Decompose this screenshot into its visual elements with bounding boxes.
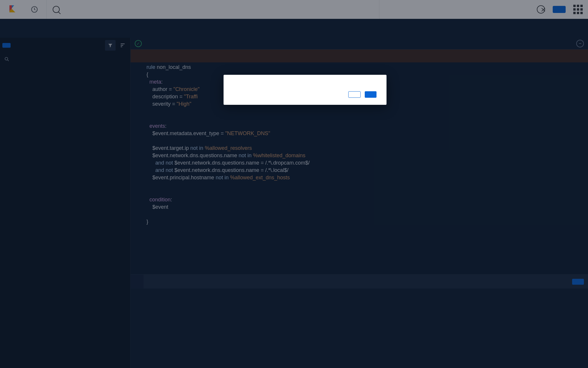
archive-button[interactable] [365, 91, 377, 98]
confirm-archive-modal [224, 75, 387, 105]
cancel-button[interactable] [348, 91, 361, 98]
modal-overlay[interactable] [0, 0, 588, 368]
